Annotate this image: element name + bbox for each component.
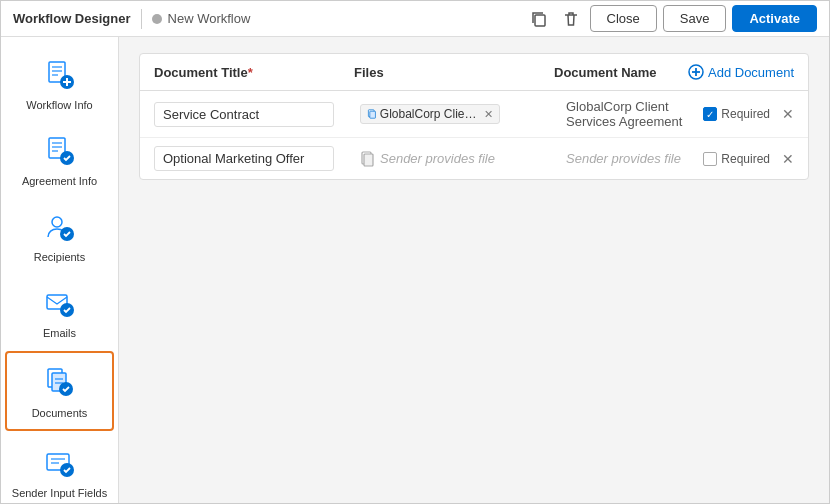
row2-required-cell: Required ✕	[703, 151, 794, 167]
add-document-label: Add Document	[708, 65, 794, 80]
table-row: GlobalCorp Client Servic... ✕ GlobalCorp…	[140, 91, 808, 138]
row1-title-cell	[154, 102, 354, 127]
sidebar-item-sender-input-fields-label: Sender Input Fields	[12, 487, 107, 499]
svg-rect-32	[364, 154, 373, 166]
sidebar-item-sender-input-fields[interactable]: Sender Input Fields	[1, 433, 118, 503]
recipients-icon	[40, 207, 80, 247]
row2-name-cell: Sender provides file	[566, 151, 697, 166]
sidebar-item-recipients-label: Recipients	[34, 251, 85, 263]
col-header-files: Files	[354, 65, 554, 80]
svg-point-13	[52, 217, 62, 227]
row2-file-placeholder: Sender provides file	[380, 151, 495, 166]
save-button[interactable]: Save	[663, 5, 727, 32]
row2-required-label: Required	[721, 152, 770, 166]
row1-required-cell: ✓ Required ✕	[703, 106, 794, 122]
col-header-actions: Add Document	[688, 64, 794, 80]
main-area: Workflow Info Agreement Info	[1, 37, 829, 503]
sidebar-item-documents-label: Documents	[32, 407, 88, 419]
top-bar: Workflow Designer New Workflow Close Sav…	[1, 1, 829, 37]
row1-remove-button[interactable]: ✕	[782, 106, 794, 122]
agreement-info-icon	[40, 131, 80, 171]
sidebar-item-documents[interactable]: Documents	[5, 351, 114, 431]
activate-button[interactable]: Activate	[732, 5, 817, 32]
workflow-info-icon	[40, 55, 80, 95]
workflow-name-area: New Workflow	[152, 11, 251, 26]
row1-document-name: GlobalCorp Client Services Agreement	[566, 99, 682, 129]
emails-icon	[40, 283, 80, 323]
sidebar-item-agreement-info[interactable]: Agreement Info	[1, 121, 118, 197]
col-header-name: Document Name	[554, 65, 688, 80]
table-row: Sender provides file Sender provides fil…	[140, 138, 808, 179]
row2-title-input[interactable]	[154, 146, 334, 171]
row1-file-remove[interactable]: ✕	[484, 108, 493, 121]
table-header: Document Title* Files Document Name Add …	[140, 54, 808, 91]
documents-table: Document Title* Files Document Name Add …	[139, 53, 809, 180]
add-document-button[interactable]: Add Document	[688, 64, 794, 80]
row2-remove-button[interactable]: ✕	[782, 151, 794, 167]
sidebar-item-workflow-info-label: Workflow Info	[26, 99, 92, 111]
copy-icon-button[interactable]	[526, 6, 552, 32]
sidebar-item-emails[interactable]: Emails	[1, 273, 118, 349]
top-bar-divider	[141, 9, 142, 29]
row2-file-icon	[360, 151, 376, 167]
delete-icon-button[interactable]	[558, 6, 584, 32]
row1-required-label: Required	[721, 107, 770, 121]
sender-input-fields-icon	[40, 443, 80, 483]
sidebar-item-recipients[interactable]: Recipients	[1, 197, 118, 273]
close-button[interactable]: Close	[590, 5, 657, 32]
workflow-name-label: New Workflow	[168, 11, 251, 26]
row1-name-cell: GlobalCorp Client Services Agreement	[566, 99, 697, 129]
sidebar-item-workflow-info[interactable]: Workflow Info	[1, 45, 118, 121]
row2-title-cell	[154, 146, 354, 171]
documents-icon	[40, 363, 80, 403]
row1-title-input[interactable]	[154, 102, 334, 127]
svg-rect-0	[535, 15, 545, 26]
row1-file-name: GlobalCorp Client Servic...	[380, 107, 479, 121]
top-bar-actions: Close Save Activate	[526, 5, 817, 32]
row2-files-cell: Sender provides file	[360, 151, 560, 167]
sidebar-item-emails-label: Emails	[43, 327, 76, 339]
row2-document-name: Sender provides file	[566, 151, 681, 166]
sidebar: Workflow Info Agreement Info	[1, 37, 119, 503]
row1-required-checkbox[interactable]: ✓	[703, 107, 717, 121]
col-header-title: Document Title*	[154, 65, 354, 80]
workflow-status-dot	[152, 14, 162, 24]
row1-file-chip: GlobalCorp Client Servic... ✕	[360, 104, 500, 124]
row1-files-cell: GlobalCorp Client Servic... ✕	[360, 104, 560, 124]
sidebar-item-agreement-info-label: Agreement Info	[22, 175, 97, 187]
content-area: Document Title* Files Document Name Add …	[119, 37, 829, 503]
app-title: Workflow Designer	[13, 11, 131, 26]
svg-rect-30	[370, 111, 376, 118]
row2-required-checkbox[interactable]	[703, 152, 717, 166]
